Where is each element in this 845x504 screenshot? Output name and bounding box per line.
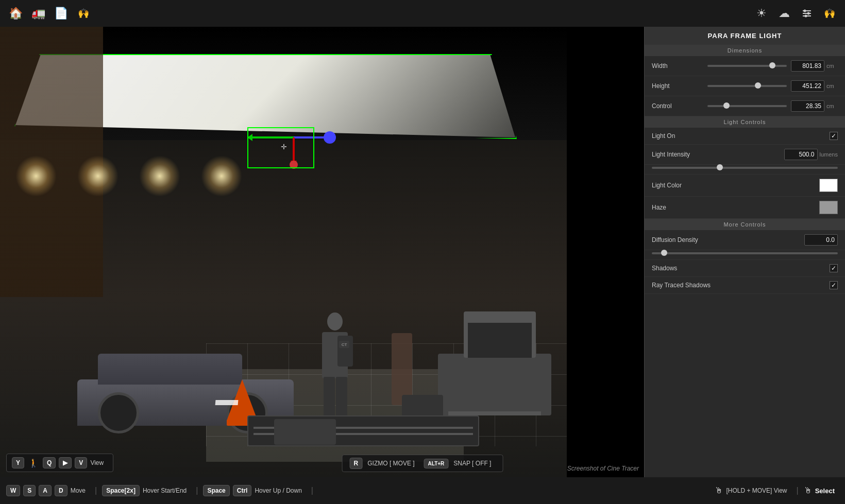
- light-intensity-slider[interactable]: [652, 167, 838, 169]
- ray-traced-checkbox[interactable]: ✓: [830, 281, 838, 289]
- light-on-checkbox[interactable]: ✓: [830, 132, 838, 140]
- svg-point-5: [805, 15, 807, 18]
- shadows-row: Shadows ✓: [645, 260, 845, 277]
- diffusion-density-input[interactable]: [804, 234, 838, 246]
- height-slider[interactable]: [707, 85, 787, 87]
- hover-up-label: Hover Up / Down: [255, 487, 301, 494]
- v-key[interactable]: V: [75, 457, 87, 468]
- width-slider[interactable]: [707, 65, 787, 67]
- gizmo-label: GIZMO [ MOVE ]: [367, 460, 414, 467]
- select-label: Select: [815, 487, 835, 495]
- dimensions-header: Dimensions: [645, 45, 845, 56]
- haze-label: Haze: [652, 204, 703, 211]
- panel-title: PARA FRAME LIGHT: [645, 27, 845, 45]
- hold-move-label: [HOLD + MOVE] View: [726, 487, 787, 494]
- width-row: Width cm: [645, 56, 845, 76]
- control-slider[interactable]: [707, 105, 787, 107]
- w-key[interactable]: W: [6, 485, 20, 496]
- truck-icon[interactable]: 🚛: [29, 4, 47, 23]
- shadows-checkbox[interactable]: ✓: [830, 264, 838, 272]
- hands-icon[interactable]: 🙌: [74, 4, 93, 23]
- light-color-row: Light Color: [645, 175, 845, 197]
- viewport[interactable]: CT: [0, 27, 567, 477]
- select-area: 🖱 [HOLD + MOVE] View | 🖱 Select: [715, 486, 839, 495]
- more-controls-header: More Controls: [645, 219, 845, 230]
- control-input[interactable]: [791, 100, 824, 112]
- hands-right-icon[interactable]: 🙌: [820, 4, 839, 23]
- y-key[interactable]: Y: [12, 457, 24, 468]
- diffusion-density-row: Diffusion Density: [645, 230, 845, 250]
- light-controls-header: Light Controls: [645, 116, 845, 128]
- gizmo-bar: R GIZMO [ MOVE ] ALT+R SNAP [ OFF ]: [342, 455, 503, 472]
- light-color-swatch[interactable]: [819, 179, 838, 192]
- d-key[interactable]: D: [55, 485, 67, 496]
- snap-label: SNAP [ OFF ]: [453, 460, 491, 467]
- ctrl-key[interactable]: Ctrl: [233, 485, 252, 496]
- light-on-row: Light On ✓: [645, 128, 845, 145]
- light-intensity-row: Light Intensity lumens: [645, 145, 845, 165]
- haze-swatch[interactable]: [819, 201, 838, 214]
- light-intensity-unit: lumens: [820, 151, 838, 158]
- mouse-icon: 🖱: [715, 486, 723, 495]
- hover-start-label: Hover Start/End: [143, 487, 187, 494]
- space-key[interactable]: Space: [203, 485, 229, 496]
- light-color-label: Light Color: [652, 182, 703, 189]
- view-bar: Y 🚶 Q ▶ V View: [6, 454, 113, 472]
- right-panel: PARA FRAME LIGHT Dimensions Width cm Hei…: [644, 27, 845, 504]
- gizmo[interactable]: [237, 99, 319, 166]
- move-label: Move: [71, 487, 86, 494]
- q-key[interactable]: Q: [43, 457, 56, 468]
- height-row: Height cm: [645, 76, 845, 96]
- svg-point-3: [804, 10, 806, 12]
- height-input[interactable]: [791, 80, 824, 92]
- diffusion-density-slider[interactable]: [652, 252, 838, 254]
- a-key[interactable]: A: [39, 485, 52, 496]
- walk-icon[interactable]: 🚶: [27, 457, 40, 469]
- alt-key[interactable]: ALT+R: [424, 459, 449, 468]
- diffusion-density-slider-section: [645, 252, 845, 260]
- control-unit: cm: [826, 103, 838, 109]
- cloud-icon[interactable]: ☁: [775, 4, 793, 23]
- space2x-key[interactable]: Space[2x]: [102, 485, 140, 496]
- sun-icon[interactable]: ☀: [752, 4, 771, 23]
- ray-traced-row: Ray Traced Shadows ✓: [645, 277, 845, 294]
- control-row: Control cm: [645, 96, 845, 116]
- width-unit: cm: [826, 63, 838, 69]
- control-label: Control: [652, 102, 703, 110]
- mouse-select-icon: 🖱: [804, 486, 812, 495]
- light-intensity-label: Light Intensity: [652, 151, 703, 158]
- svg-point-4: [807, 12, 810, 15]
- bottom-bar: W S A D Move | Space[2x] Hover Start/End…: [0, 477, 845, 504]
- cursor-key[interactable]: ▶: [59, 457, 72, 468]
- light-on-label: Light On: [652, 132, 703, 140]
- r-key[interactable]: R: [350, 458, 363, 469]
- home-icon[interactable]: 🏠: [6, 4, 25, 23]
- view-label: View: [90, 459, 104, 466]
- sliders-icon[interactable]: [798, 4, 816, 23]
- height-unit: cm: [826, 83, 838, 89]
- light-intensity-input[interactable]: [784, 149, 818, 160]
- height-label: Height: [652, 82, 703, 90]
- light-intensity-slider-section: [645, 167, 845, 175]
- diffusion-density-label: Diffusion Density: [652, 236, 703, 244]
- ray-traced-label: Ray Traced Shadows: [652, 282, 711, 289]
- haze-row: Haze: [645, 197, 845, 219]
- top-bar: 🏠 🚛 📄 🙌 ☀ ☁ 🙌: [0, 0, 845, 27]
- svg-point-8: [324, 131, 336, 144]
- s-key[interactable]: S: [23, 485, 36, 496]
- width-label: Width: [652, 62, 703, 69]
- screenshot-label: Screenshot of Cine Tracer: [567, 465, 639, 472]
- width-input[interactable]: [791, 60, 824, 72]
- document-icon[interactable]: 📄: [52, 4, 70, 23]
- shadows-label: Shadows: [652, 265, 703, 272]
